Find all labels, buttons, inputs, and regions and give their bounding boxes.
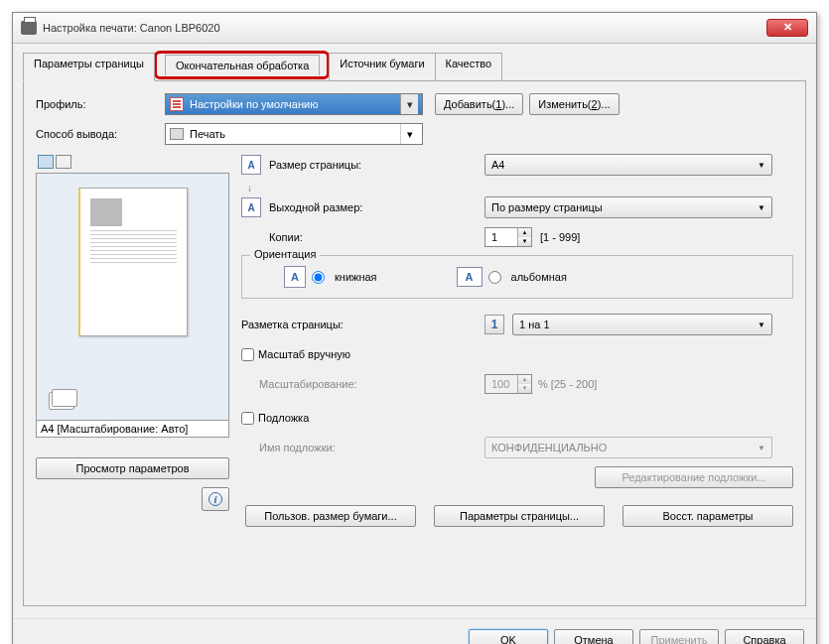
view-parameters-button[interactable]: Просмотр параметров (36, 457, 229, 479)
chevron-down-icon: ▼ (758, 203, 765, 212)
info-icon: i (208, 492, 222, 506)
spin-down-icon[interactable]: ▼ (517, 237, 531, 246)
titlebar: Настройка печати: Canon LBP6020 ✕ (13, 13, 816, 44)
portrait-icon: A (284, 266, 306, 288)
watermark-name-label: Имя подложки: (259, 442, 413, 453)
watermark-label: Подложка (258, 412, 309, 424)
dialog-content: Параметры страницы Окончательная обработ… (13, 44, 816, 618)
tab-paper-source[interactable]: Источник бумаги (329, 53, 435, 81)
cancel-button[interactable]: Отмена (554, 629, 633, 644)
info-button[interactable]: i (202, 487, 229, 511)
settings-column: A Размер страницы: A4 ▼ ↓ A Выходной раз… (241, 153, 793, 527)
preview-column: A4 [Масштабирование: Авто] Просмотр пара… (36, 153, 229, 527)
scaling-spinner: 100 ▲▼ (484, 374, 532, 394)
restore-defaults-button[interactable]: Восст. параметры (622, 505, 793, 527)
scaling-range: % [25 - 200] (538, 378, 597, 390)
manual-scale-label: Масштаб вручную (258, 348, 350, 360)
watermark-checkbox[interactable] (241, 412, 254, 425)
preview-caption: A4 [Масштабирование: Авто] (36, 421, 229, 438)
preview-mode-page-icon[interactable] (38, 155, 54, 169)
layout-select[interactable]: 1 на 1 ▼ (512, 314, 772, 335)
paper-stack-icon (49, 392, 76, 412)
orientation-fieldset: Ориентация A книжная A альбомная (241, 255, 793, 299)
output-size-icon: A (241, 197, 261, 217)
tab-page-params[interactable]: Параметры страницы (23, 53, 155, 81)
layout-label: Разметка страницы: (241, 319, 413, 330)
spin-up-icon: ▲ (517, 375, 531, 384)
portrait-label: книжная (335, 271, 377, 283)
apply-button: Применить (639, 629, 719, 644)
profile-doc-icon (170, 97, 184, 111)
edit-profile-button[interactable]: Изменить(2)... (529, 93, 619, 115)
tab-finishing-highlight: Окончательная обработка (154, 51, 330, 79)
manual-scale-checkbox[interactable] (241, 348, 254, 361)
help-button[interactable]: Справка (725, 629, 804, 644)
ok-button[interactable]: OK (469, 629, 548, 644)
footer-buttons: OK Отмена Применить Справка (13, 618, 816, 644)
copies-spinner[interactable]: 1 ▲▼ (484, 227, 532, 247)
profile-label: Профиль: (36, 98, 165, 110)
watermark-select: КОНФИДЕНЦИАЛЬНО ▼ (484, 437, 772, 458)
chevron-down-icon: ▼ (758, 161, 765, 170)
preview-thumb (90, 198, 122, 226)
dropdown-arrow-icon: ▾ (400, 124, 418, 144)
page-size-label: Размер страницы: (269, 159, 413, 171)
page-preview (78, 188, 188, 336)
page-size-select[interactable]: A4 ▼ (484, 154, 772, 176)
arrow-down-icon: ↓ (247, 183, 255, 193)
preview-mode-printer-icon[interactable] (56, 155, 71, 169)
orientation-legend: Ориентация (250, 248, 320, 260)
dropdown-arrow-icon: ▾ (400, 94, 418, 114)
landscape-label: альбомная (511, 271, 567, 283)
window-title: Настройка печати: Canon LBP6020 (43, 22, 760, 34)
printer-icon (21, 21, 37, 35)
scaling-label: Масштабирование: (259, 378, 413, 390)
custom-paper-size-button[interactable]: Пользов. размер бумаги... (245, 505, 416, 527)
chevron-down-icon: ▼ (758, 321, 765, 329)
layout-icon: 1 (484, 315, 504, 334)
output-value: Печать (190, 128, 225, 140)
tab-bar: Параметры страницы Окончательная обработ… (23, 52, 806, 80)
landscape-icon: A (457, 267, 483, 287)
chevron-down-icon: ▼ (758, 444, 765, 452)
tab-finishing[interactable]: Окончательная обработка (165, 55, 320, 75)
output-size-label: Выходной размер: (269, 201, 413, 213)
profile-value: Настройки по умолчанию (190, 98, 318, 110)
output-size-select[interactable]: По размеру страницы ▼ (484, 196, 772, 218)
profile-select[interactable]: Настройки по умолчанию ▾ (165, 93, 423, 115)
print-mode-icon (170, 128, 184, 140)
print-settings-window: Настройка печати: Canon LBP6020 ✕ Параме… (12, 12, 817, 644)
spin-down-icon: ▼ (517, 384, 531, 393)
page-size-icon: A (241, 155, 261, 175)
copies-range: [1 - 999] (540, 231, 580, 243)
spin-up-icon[interactable]: ▲ (517, 228, 531, 237)
copies-label: Копии: (269, 231, 413, 243)
landscape-radio[interactable] (488, 271, 501, 284)
preview-box (36, 173, 229, 421)
portrait-radio[interactable] (312, 271, 325, 284)
output-label: Способ вывода: (36, 128, 165, 140)
page-params-button[interactable]: Параметры страницы... (434, 505, 605, 527)
close-button[interactable]: ✕ (766, 19, 808, 37)
edit-watermark-button: Редактирование подложки... (595, 466, 793, 488)
output-select[interactable]: Печать ▾ (165, 123, 423, 145)
tab-quality[interactable]: Качество (435, 53, 503, 81)
tab-panel: Профиль: Настройки по умолчанию ▾ Добави… (23, 80, 806, 606)
add-profile-button[interactable]: Добавить(1)... (435, 93, 523, 115)
